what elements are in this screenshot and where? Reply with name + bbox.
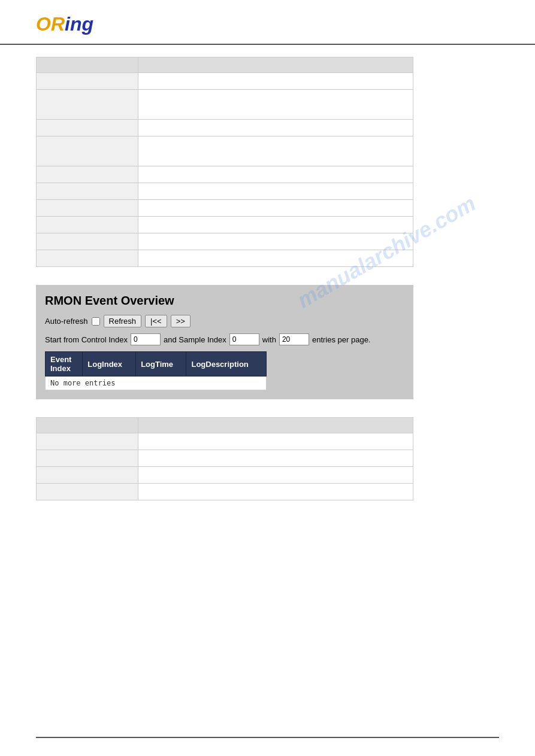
- table-cell: [138, 250, 413, 267]
- table-cell: [37, 166, 138, 183]
- table-cell: [138, 217, 413, 233]
- table-row: [37, 467, 413, 484]
- table-cell: [138, 166, 413, 183]
- table-cell: [37, 217, 138, 233]
- table-cell: [138, 467, 413, 484]
- table-row: [37, 90, 413, 120]
- table-cell: [37, 250, 138, 267]
- bottom-table: [36, 417, 413, 500]
- table-cell: [138, 73, 413, 90]
- footer-line: [36, 737, 499, 738]
- rmon-title: RMON Event Overview: [45, 294, 404, 308]
- logo-O-part: OR: [36, 13, 65, 35]
- sample-label: and Sample Index: [164, 335, 226, 344]
- table-cell: [138, 450, 413, 467]
- entries-suffix: entries per page.: [312, 335, 371, 344]
- logo-text: ORing: [36, 13, 93, 35]
- auto-refresh-label: Auto-refresh: [45, 317, 88, 326]
- table-row: [37, 57, 413, 73]
- table-cell: [37, 57, 138, 73]
- col-log-description: LogDescription: [186, 352, 267, 377]
- col-log-index: LogIndex: [83, 352, 136, 377]
- auto-refresh-checkbox[interactable]: [92, 317, 100, 326]
- sample-index-input[interactable]: [229, 333, 259, 345]
- entries-per-page-input[interactable]: [279, 333, 309, 345]
- table-row: [37, 200, 413, 217]
- table-row: [37, 120, 413, 136]
- table-row: [37, 484, 413, 500]
- table-cell: [138, 136, 413, 166]
- start-index-input[interactable]: [131, 333, 161, 345]
- table-cell: [138, 418, 413, 433]
- top-table: [36, 57, 413, 267]
- refresh-button[interactable]: Refresh: [104, 315, 142, 327]
- table-row: [37, 73, 413, 90]
- table-cell: [138, 233, 413, 250]
- logo: ORing: [36, 11, 499, 38]
- table-cell: [37, 200, 138, 217]
- table-cell: [138, 433, 413, 450]
- table-row: [37, 183, 413, 200]
- rmon-params: Start from Control Index and Sample Inde…: [45, 333, 404, 345]
- col-event-index: EventIndex: [46, 352, 83, 377]
- table-cell: [37, 90, 138, 120]
- no-entries-row: No more entries: [46, 377, 267, 390]
- table-row: [37, 433, 413, 450]
- table-header-row: EventIndex LogIndex LogTime LogDescripti…: [46, 352, 267, 377]
- rmon-table: EventIndex LogIndex LogTime LogDescripti…: [45, 351, 267, 390]
- col-log-time: LogTime: [136, 352, 186, 377]
- table-row: [37, 136, 413, 166]
- table-cell: [138, 200, 413, 217]
- table-cell: [37, 433, 138, 450]
- table-row: [37, 250, 413, 267]
- table-cell: [37, 484, 138, 500]
- table-row: [37, 233, 413, 250]
- logo-ring-part: ing: [65, 13, 93, 35]
- table-cell: [138, 90, 413, 120]
- table-row: [37, 418, 413, 433]
- prev-button[interactable]: |<<: [145, 315, 167, 327]
- table-cell: [37, 183, 138, 200]
- table-cell: [138, 484, 413, 500]
- no-entries-cell: No more entries: [46, 377, 267, 390]
- table-cell: [138, 183, 413, 200]
- start-label: Start from Control Index: [45, 335, 128, 344]
- header: ORing: [0, 0, 535, 45]
- table-cell: [37, 136, 138, 166]
- rmon-section: RMON Event Overview Auto-refresh Refresh…: [36, 285, 413, 399]
- main-content: RMON Event Overview Auto-refresh Refresh…: [0, 51, 535, 506]
- table-cell: [37, 233, 138, 250]
- table-cell: [37, 73, 138, 90]
- table-cell: [138, 120, 413, 136]
- next-button[interactable]: >>: [171, 315, 191, 327]
- table-cell: [37, 418, 138, 433]
- table-row: [37, 217, 413, 233]
- table-cell: [37, 450, 138, 467]
- rmon-controls: Auto-refresh Refresh |<< >>: [45, 315, 404, 327]
- table-cell: [37, 120, 138, 136]
- with-label: with: [262, 335, 276, 344]
- table-cell: [138, 57, 413, 73]
- table-cell: [37, 467, 138, 484]
- table-row: [37, 450, 413, 467]
- table-row: [37, 166, 413, 183]
